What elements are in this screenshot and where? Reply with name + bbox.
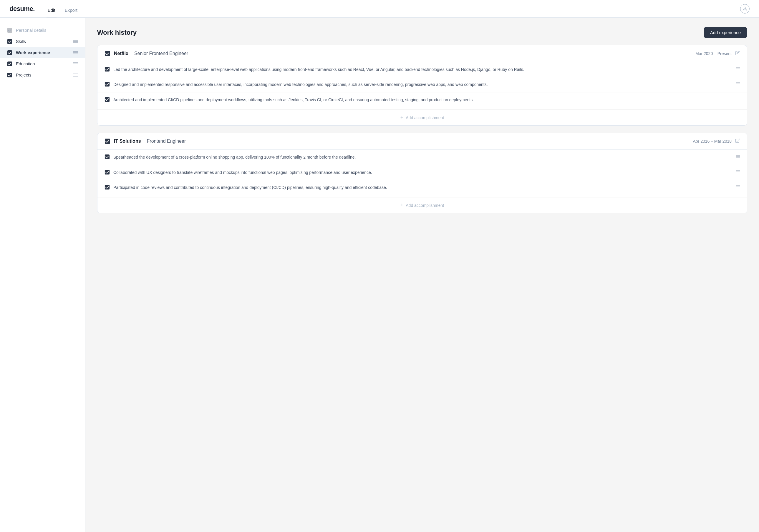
- table-row: Architected and implemented CI/CD pipeli…: [98, 93, 747, 107]
- netflix-accomplishment-list: Led the architecture and development of …: [98, 62, 747, 109]
- tab-edit[interactable]: Edit: [47, 8, 57, 18]
- its-acc3-text: Participated in code reviews and contrib…: [113, 184, 732, 191]
- netflix-acc1-drag[interactable]: [736, 67, 740, 70]
- sidebar-item-label-projects: Projects: [16, 73, 70, 77]
- its-acc1-text: Spearheaded the development of a cross-p…: [113, 154, 732, 160]
- sidebar-item-education[interactable]: Education: [0, 58, 85, 69]
- its-add-accomplishment-label: Add accomplishment: [406, 203, 444, 208]
- its-add-accomplishment-button[interactable]: + Add accomplishment: [98, 197, 747, 213]
- table-row: Designed and implemented responsive and …: [98, 77, 747, 92]
- svg-point-0: [744, 7, 746, 9]
- netflix-company-name: Netflix: [114, 51, 128, 56]
- netflix-acc3-drag[interactable]: [736, 98, 740, 101]
- experience-card-netflix: Netflix Senior Frontend Engineer Mar 202…: [97, 45, 747, 126]
- sidebar-item-label-personal-details: Personal details: [16, 28, 78, 33]
- sidebar: Personal details Skills Work experience: [0, 18, 85, 532]
- sidebar-item-label-work-experience: Work experience: [16, 50, 70, 55]
- sidebar-item-projects[interactable]: Projects: [0, 69, 85, 81]
- sidebar-item-personal-details[interactable]: Personal details: [0, 25, 85, 36]
- netflix-acc1-text: Led the architecture and development of …: [113, 66, 732, 73]
- its-acc2-text: Collaborated with UX designers to transl…: [113, 169, 732, 176]
- netflix-add-accomplishment-label: Add accomplishment: [406, 115, 444, 120]
- header-right: [740, 4, 750, 14]
- netflix-check[interactable]: [104, 51, 110, 57]
- its-plus-icon: +: [400, 202, 404, 208]
- netflix-acc2-text: Designed and implemented responsive and …: [113, 81, 732, 88]
- section-title: Work history: [97, 29, 137, 36]
- table-row: Led the architecture and development of …: [98, 62, 747, 77]
- section-header: Work history Add experience: [97, 27, 747, 38]
- its-acc1-drag[interactable]: [736, 155, 740, 158]
- table-row: Spearheaded the development of a cross-p…: [98, 150, 747, 165]
- netflix-acc3-text: Architected and implemented CI/CD pipeli…: [113, 96, 732, 103]
- header: desume. Edit Export: [0, 0, 759, 18]
- sidebar-item-skills[interactable]: Skills: [0, 36, 85, 47]
- skills-drag-handle[interactable]: [73, 40, 78, 43]
- logo: desume.: [9, 5, 35, 13]
- projects-drag-handle[interactable]: [73, 74, 78, 77]
- table-row: Collaborated with UX designers to transl…: [98, 165, 747, 180]
- its-acc3-drag[interactable]: [736, 185, 740, 188]
- netflix-acc1-check[interactable]: [104, 66, 110, 72]
- user-avatar-icon[interactable]: [740, 4, 750, 14]
- netflix-acc3-check[interactable]: [104, 97, 110, 102]
- tab-export[interactable]: Export: [63, 8, 79, 18]
- it-solutions-date-range: Apr 2016 – Mar 2018: [693, 138, 740, 144]
- netflix-date-range: Mar 2020 – Present: [696, 51, 740, 57]
- it-solutions-card-header: IT Solutions Frontend Engineer Apr 2016 …: [98, 133, 747, 150]
- add-experience-button[interactable]: Add experience: [704, 27, 747, 38]
- it-solutions-accomplishment-list: Spearheaded the development of a cross-p…: [98, 150, 747, 197]
- it-solutions-edit-icon[interactable]: [735, 138, 740, 144]
- it-solutions-job-title: Frontend Engineer: [147, 138, 186, 144]
- work-experience-drag-handle[interactable]: [73, 51, 78, 54]
- it-solutions-company-name: IT Solutions: [114, 138, 141, 144]
- sidebar-item-label-skills: Skills: [16, 39, 70, 44]
- its-acc2-check[interactable]: [104, 170, 110, 175]
- its-acc1-check[interactable]: [104, 154, 110, 160]
- sidebar-item-work-experience[interactable]: Work experience: [0, 47, 85, 58]
- it-solutions-check[interactable]: [104, 138, 110, 144]
- netflix-plus-icon: +: [400, 114, 404, 121]
- education-drag-handle[interactable]: [73, 62, 78, 65]
- netflix-card-header: Netflix Senior Frontend Engineer Mar 202…: [98, 45, 747, 62]
- its-acc2-drag[interactable]: [736, 171, 740, 173]
- table-row: Participated in code reviews and contrib…: [98, 180, 747, 195]
- its-acc3-check[interactable]: [104, 184, 110, 190]
- experience-card-it-solutions: IT Solutions Frontend Engineer Apr 2016 …: [97, 133, 747, 213]
- netflix-add-accomplishment-button[interactable]: + Add accomplishment: [98, 109, 747, 125]
- netflix-job-title: Senior Frontend Engineer: [134, 51, 188, 56]
- main-content: Work history Add experience Netflix Seni…: [85, 18, 759, 532]
- nav-tabs: Edit Export: [47, 0, 79, 18]
- layout: Personal details Skills Work experience: [0, 18, 759, 532]
- netflix-acc2-drag[interactable]: [736, 82, 740, 85]
- sidebar-item-label-education: Education: [16, 61, 70, 66]
- netflix-edit-icon[interactable]: [735, 51, 740, 57]
- netflix-acc2-check[interactable]: [104, 82, 110, 87]
